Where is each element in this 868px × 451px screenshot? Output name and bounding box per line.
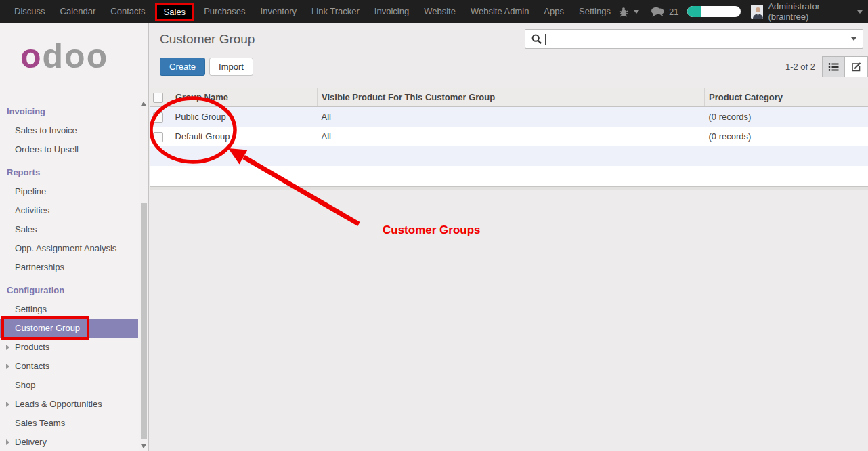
scrollbar-thumb[interactable] bbox=[141, 203, 147, 439]
menu-sales[interactable]: Sales bbox=[155, 3, 195, 21]
odoo-app-window: Discuss Calendar Contacts Sales Purchase… bbox=[0, 0, 868, 451]
menu-apps[interactable]: Apps bbox=[536, 0, 571, 23]
menu-purchases[interactable]: Purchases bbox=[196, 0, 253, 23]
sidebar-item-customer-group[interactable]: Customer Group bbox=[0, 319, 138, 338]
create-button[interactable]: Create bbox=[160, 58, 205, 76]
sidebar-item-delivery[interactable]: Delivery bbox=[0, 433, 138, 451]
sidebar-item-delivery-label: Delivery bbox=[15, 437, 47, 447]
messages-icon[interactable] bbox=[651, 7, 664, 17]
sidebar-item-activities[interactable]: Activities bbox=[0, 201, 138, 220]
table-bottom-border bbox=[150, 186, 868, 190]
search-box[interactable] bbox=[525, 29, 863, 49]
view-switcher bbox=[822, 56, 868, 77]
row-checkbox[interactable] bbox=[153, 112, 163, 123]
sidebar-item-settings[interactable]: Settings bbox=[0, 300, 138, 319]
message-count[interactable]: 21 bbox=[669, 7, 678, 17]
control-panel: Customer Group Create Import bbox=[150, 23, 868, 77]
sidebar-menu: Invoicing Sales to Invoice Orders to Ups… bbox=[0, 98, 148, 451]
menu-invoicing[interactable]: Invoicing bbox=[367, 0, 416, 23]
scroll-up-arrow-icon[interactable] bbox=[141, 102, 146, 106]
progress-pill[interactable] bbox=[687, 6, 740, 17]
menu-website-admin[interactable]: Website Admin bbox=[463, 0, 536, 23]
expand-arrow-icon[interactable] bbox=[6, 364, 9, 369]
user-avatar[interactable] bbox=[751, 5, 764, 19]
table-row-public-group[interactable]: Public Group All (0 records) bbox=[150, 107, 868, 127]
progress-fill bbox=[687, 6, 701, 17]
table-header-row: Group Name Visible Product For This Cust… bbox=[150, 88, 868, 107]
main-content: Customer Group Create Import bbox=[150, 23, 868, 451]
form-view-button[interactable] bbox=[845, 56, 868, 77]
table-filler-row bbox=[150, 146, 868, 166]
cell-group-name[interactable]: Public Group bbox=[171, 107, 318, 127]
sidebar-item-leads-label: Leads & Opportunities bbox=[15, 399, 102, 409]
sidebar-item-pipeline[interactable]: Pipeline bbox=[0, 182, 138, 201]
sidebar-item-opp-assignment-analysis[interactable]: Opp. Assignment Analysis bbox=[0, 239, 138, 258]
menu-link-tracker[interactable]: Link Tracker bbox=[304, 0, 367, 23]
table-row-default-group[interactable]: Default Group All (0 records) bbox=[150, 127, 868, 146]
sidebar-item-products[interactable]: Products bbox=[0, 338, 138, 357]
menu-discuss[interactable]: Discuss bbox=[7, 0, 53, 23]
topbar: Discuss Calendar Contacts Sales Purchase… bbox=[0, 0, 868, 23]
column-visible-product[interactable]: Visible Product For This Customer Group bbox=[318, 88, 705, 107]
menu-website[interactable]: Website bbox=[416, 0, 463, 23]
import-button[interactable]: Import bbox=[209, 58, 253, 76]
section-invoicing: Invoicing bbox=[0, 98, 148, 121]
sidebar-item-sales[interactable]: Sales bbox=[0, 220, 138, 239]
select-all-header[interactable] bbox=[150, 88, 171, 107]
sidebar-item-contacts-label: Contacts bbox=[15, 361, 49, 371]
column-group-name[interactable]: Group Name bbox=[171, 88, 318, 107]
menu-calendar[interactable]: Calendar bbox=[53, 0, 104, 23]
sidebar-item-sales-teams[interactable]: Sales Teams bbox=[0, 414, 138, 433]
customer-group-table: Group Name Visible Product For This Cust… bbox=[150, 88, 868, 186]
cell-product-category[interactable]: (0 records) bbox=[705, 107, 868, 127]
annotation-label: Customer Groups bbox=[383, 223, 481, 237]
section-configuration: Configuration bbox=[0, 277, 148, 300]
topbar-right: 21 Administrator (braintree) bbox=[618, 1, 868, 22]
list-view-button[interactable] bbox=[822, 56, 845, 77]
sidebar-item-partnerships[interactable]: Partnerships bbox=[0, 258, 138, 277]
user-menu-caret-icon[interactable] bbox=[857, 10, 863, 14]
logo-first-letter: o bbox=[20, 37, 43, 75]
cell-visible-product[interactable]: All bbox=[318, 127, 705, 146]
table-filler-row bbox=[150, 166, 868, 186]
sidebar: odoo Invoicing Sales to Invoice Orders t… bbox=[0, 23, 149, 451]
menu-inventory[interactable]: Inventory bbox=[253, 0, 304, 23]
expand-arrow-icon[interactable] bbox=[6, 439, 9, 445]
menu-contacts[interactable]: Contacts bbox=[103, 0, 152, 23]
sidebar-item-leads-opportunities[interactable]: Leads & Opportunities bbox=[0, 395, 138, 414]
sidebar-item-shop[interactable]: Shop bbox=[0, 376, 138, 395]
menu-settings[interactable]: Settings bbox=[571, 0, 618, 23]
sidebar-item-products-label: Products bbox=[15, 342, 49, 352]
sidebar-item-contacts[interactable]: Contacts bbox=[0, 357, 138, 376]
user-menu[interactable]: Administrator (braintree) bbox=[768, 1, 852, 22]
scroll-down-arrow-icon[interactable] bbox=[141, 444, 146, 448]
expand-arrow-icon[interactable] bbox=[6, 402, 9, 407]
edit-icon bbox=[851, 62, 862, 72]
page-title: Customer Group bbox=[160, 32, 255, 47]
sidebar-item-sales-to-invoice[interactable]: Sales to Invoice bbox=[0, 121, 138, 140]
cell-group-name[interactable]: Default Group bbox=[171, 127, 318, 146]
bug-icon[interactable] bbox=[618, 7, 629, 17]
expand-arrow-icon[interactable] bbox=[6, 345, 9, 350]
logo-rest: doo bbox=[43, 37, 109, 75]
select-all-checkbox[interactable] bbox=[153, 93, 163, 103]
column-product-category[interactable]: Product Category bbox=[705, 88, 868, 107]
search-icon bbox=[531, 34, 542, 45]
pager-range: 1-2 of 2 bbox=[785, 62, 815, 72]
sidebar-scrollbar[interactable] bbox=[139, 99, 148, 451]
odoo-logo[interactable]: odoo bbox=[0, 23, 148, 98]
sidebar-item-orders-to-upsell[interactable]: Orders to Upsell bbox=[0, 140, 138, 159]
annotation-overlay bbox=[150, 23, 868, 451]
bug-menu-caret-icon[interactable] bbox=[634, 10, 639, 14]
cell-visible-product[interactable]: All bbox=[318, 107, 705, 127]
row-checkbox[interactable] bbox=[153, 132, 163, 142]
cell-product-category[interactable]: (0 records) bbox=[705, 127, 868, 146]
section-reports: Reports bbox=[0, 159, 148, 182]
list-icon bbox=[828, 62, 839, 72]
sidebar-item-customer-group-label: Customer Group bbox=[15, 323, 80, 333]
search-input[interactable] bbox=[546, 33, 851, 45]
search-dropdown-caret-icon[interactable] bbox=[851, 37, 856, 41]
